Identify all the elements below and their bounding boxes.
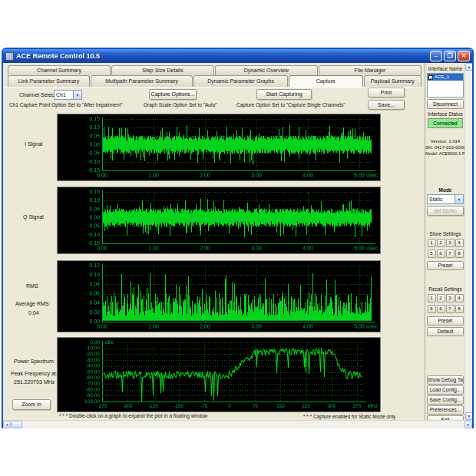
mode-label: Mode [425,187,465,193]
store-5-button[interactable]: 5 [428,250,436,258]
rms-plot[interactable] [58,261,380,332]
store-3-button[interactable]: 3 [446,239,455,247]
store-settings-label: Store Settings [425,231,465,236]
power-spectrum-label: Power Spectrum [14,359,54,364]
maximize-icon[interactable]: ❐ [444,51,456,61]
store-1-button[interactable]: 1 [428,239,436,247]
mode-value: Static [428,197,455,202]
tab-capture[interactable]: Capture [289,75,363,87]
hscroll-thumb[interactable] [12,421,22,428]
mode-dropdown[interactable]: Static ▼ [427,194,464,204]
preferences-button[interactable]: Preferences... [427,405,464,415]
capture-point-status: Ch1 Capture Point Option Set to "After I… [9,102,123,107]
recall-8-button[interactable]: 8 [455,305,464,313]
window-buttons: – ❐ ✕ [430,51,470,61]
print-button[interactable]: Print [368,88,405,98]
app-icon [5,52,14,61]
tab-channel-summary[interactable]: Channel Summary [8,65,111,75]
sidebar: Interface Name ✔ ACE_1 Disconnect Interf… [425,63,464,428]
recall-1-button[interactable]: 1 [428,294,436,302]
default-button[interactable]: Default [427,327,464,336]
recall-settings-row-2: 5 6 7 8 [427,305,464,313]
double-click-note: * * * Double-click on a graph to expand … [59,413,207,418]
version-text: Version: 1.014 [425,139,465,144]
recall-preset-button[interactable]: Preset [427,316,464,326]
minimize-icon[interactable]: – [430,51,442,61]
chevron-down-icon[interactable]: ▼ [73,91,81,99]
start-capturing-button[interactable]: Start Capturing [256,89,312,100]
i-signal-plot[interactable] [58,114,380,180]
power-spectrum-plot-panel [57,337,381,412]
tab-multipath-parameter-summary[interactable]: Multipath Parameter Summary [91,75,193,87]
connection-status-badge: Connected [428,118,463,128]
titlebar[interactable]: ACE Remote Control 10.5 – ❐ ✕ [3,49,472,63]
store-settings-row-2: 5 6 7 8 [427,250,464,258]
recall-5-button[interactable]: 5 [428,305,436,313]
q-signal-plot[interactable] [58,187,380,253]
client-area: Channel Summary Step Size Details Dynami… [3,63,472,428]
capture-option-status: Capture Option Set to "Capture Single Ch… [236,102,345,107]
recall-6-button[interactable]: 6 [437,305,445,313]
recall-7-button[interactable]: 7 [446,305,455,313]
tab-dynamic-parameter-graphs[interactable]: Dynamic Parameter Graphs [193,75,288,87]
channel-select-label: Channel Select: [19,92,57,98]
store-4-button[interactable]: 4 [455,239,464,247]
rms-plot-panel [57,260,381,332]
horizontal-scrollbar[interactable]: ◄ ► [3,420,472,428]
app-window: ACE Remote Control 10.5 – ❐ ✕ Channel Su… [2,48,474,428]
power-spectrum-plot[interactable] [58,338,380,412]
scroll-right-icon[interactable]: ► [464,421,472,428]
tab-row-1: Channel Summary Step Size Details Dynami… [8,65,422,75]
q-signal-label: Q Signal [23,214,44,220]
show-debug-tabs-button[interactable]: Show Debug Tabs [427,375,464,385]
interface-list-item[interactable]: ✔ ACE_1 [428,74,463,81]
store-8-button[interactable]: 8 [455,250,464,258]
tab-payload-summary[interactable]: Payload Summary [364,75,422,87]
save-button[interactable]: Save... [368,100,405,110]
interface-item-label: ACE_1 [435,74,449,81]
scroll-down-icon[interactable]: ▼ [465,412,472,420]
load-config-button[interactable]: Load Config... [427,385,464,395]
save-config-button[interactable]: Save Config... [427,395,464,405]
graph-scale-status: Graph Scale Option Set to "Auto" [144,102,217,107]
scroll-up-icon[interactable]: ▲ [465,63,472,71]
average-rms-value: 0.04 [28,310,39,316]
disconnect-button[interactable]: Disconnect [427,99,464,109]
set-ebno-button[interactable]: Set Eb/No [427,206,464,216]
q-signal-plot-panel [57,187,381,254]
zoom-in-button[interactable]: Zoom In [12,399,51,410]
store-7-button[interactable]: 7 [446,250,455,258]
window-title: ACE Remote Control 10.5 [16,52,430,60]
vertical-scrollbar[interactable]: ▲ ▼ [464,63,472,420]
store-preset-button[interactable]: Preset [427,261,464,270]
store-6-button[interactable]: 6 [437,250,445,258]
close-icon[interactable]: ✕ [458,51,470,61]
chevron-down-icon[interactable]: ▼ [455,195,463,203]
i-signal-plot-panel [57,114,381,181]
interface-name-label: Interface Name [425,66,465,71]
rms-label: RMS [26,283,38,289]
recall-2-button[interactable]: 2 [437,294,445,302]
static-mode-note: * * * Capture enabled for Static Mode on… [303,414,395,419]
tab-file-manager[interactable]: File Manager [319,65,421,75]
peak-frequency-value: 251.220703 MHz [14,379,55,385]
store-settings-row-1: 1 2 3 4 [427,239,464,247]
tab-row-2: Link Parameter Summary Multipath Paramet… [8,75,422,87]
tab-link-parameter-summary[interactable]: Link Parameter Summary [8,75,90,87]
checkbox-checked-icon[interactable]: ✔ [428,75,433,80]
serial-number-text: SN: 0417-010-00000 [425,145,465,150]
recall-3-button[interactable]: 3 [446,294,455,302]
scroll-left-icon[interactable]: ◄ [3,421,11,428]
peak-frequency-label: Peak Frequency at: [11,371,58,376]
average-rms-label: Average RMS: [15,301,50,306]
channel-select-dropdown[interactable]: Ch1 ▼ [54,90,82,100]
recall-4-button[interactable]: 4 [455,294,464,302]
i-signal-label: I Signal [25,141,42,147]
channel-select-value: Ch1 [55,92,73,98]
tab-step-size-details[interactable]: Step Size Details [111,65,214,75]
tab-dynamic-overview[interactable]: Dynamic Overview [215,65,318,75]
capture-options-button[interactable]: Capture Options... [149,89,197,100]
interface-status-label: Interface Status [425,111,465,117]
store-2-button[interactable]: 2 [437,239,445,247]
interface-list[interactable]: ✔ ACE_1 [427,73,464,98]
